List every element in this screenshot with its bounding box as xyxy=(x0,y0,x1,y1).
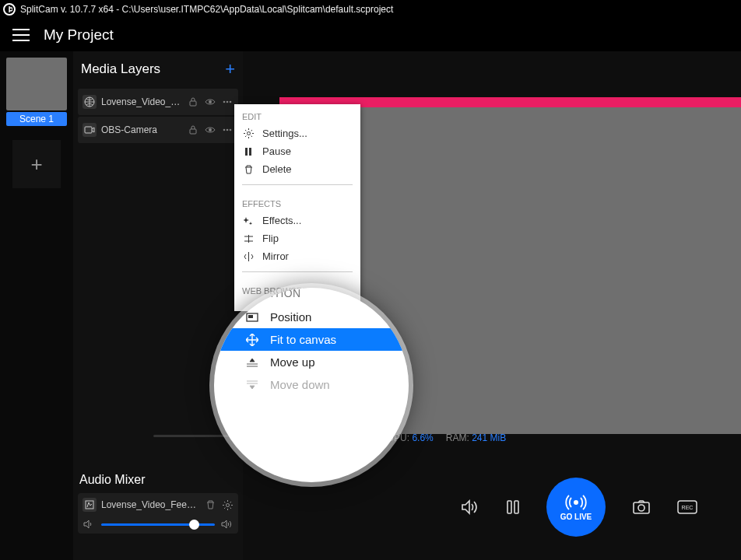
layers-title: Media Layers xyxy=(81,61,160,77)
ctx-fit-to-canvas[interactable]: Fit to canvas xyxy=(216,328,409,351)
gear-icon xyxy=(242,128,255,138)
svg-rect-14 xyxy=(507,501,511,513)
ctx-delete[interactable]: Delete xyxy=(234,160,360,178)
svg-point-10 xyxy=(227,129,229,131)
svg-point-9 xyxy=(223,129,226,131)
svg-point-3 xyxy=(223,101,226,103)
audio-title: Audio Mixer xyxy=(78,468,238,493)
ctx-flip[interactable]: Flip xyxy=(234,229,360,247)
fit-icon xyxy=(245,334,259,346)
svg-point-16 xyxy=(574,500,578,505)
audio-track: Lovense_Video_Feedba... xyxy=(78,493,238,534)
svg-point-11 xyxy=(230,129,232,131)
header: My Project xyxy=(0,19,741,51)
scene-thumbnail[interactable] xyxy=(6,58,67,110)
scenes-panel: Scene 1 + xyxy=(0,51,73,560)
audio-mixer: Audio Mixer Lovense_Video_Feedba... xyxy=(73,468,243,560)
context-menu: EDIT Settings... Pause Delete EFFECTS Ef… xyxy=(234,104,360,311)
ctx-section-effects: EFFECTS xyxy=(234,191,360,212)
svg-text:REC: REC xyxy=(682,505,694,510)
audio-source-icon xyxy=(83,498,97,512)
snapshot-icon[interactable] xyxy=(632,499,651,515)
svg-rect-25 xyxy=(248,315,253,318)
pause-icon xyxy=(242,147,255,156)
layer-row[interactable]: OBS-Camera xyxy=(78,117,238,143)
ctx-settings[interactable]: Settings... xyxy=(234,124,360,142)
go-live-label: GO LIVE xyxy=(560,513,592,521)
divider xyxy=(242,271,353,272)
volume-slider[interactable] xyxy=(101,523,215,526)
globe-icon xyxy=(83,95,97,109)
svg-rect-7 xyxy=(190,129,196,134)
pause-icon[interactable] xyxy=(506,499,520,515)
svg-point-8 xyxy=(209,128,212,131)
svg-rect-6 xyxy=(85,127,92,133)
audio-track-name: Lovense_Video_Feedba... xyxy=(101,499,199,510)
volume-high-icon[interactable] xyxy=(221,520,234,529)
more-icon[interactable] xyxy=(221,100,234,103)
svg-rect-23 xyxy=(249,148,251,156)
add-layer-button[interactable]: + xyxy=(225,59,235,79)
flip-icon xyxy=(242,235,255,243)
record-icon[interactable]: REC xyxy=(677,500,697,514)
titlebar-text: SplitCam v. 10.7.7 x64 - C:\Users\user.I… xyxy=(20,4,393,15)
lock-icon[interactable] xyxy=(187,97,199,107)
svg-point-4 xyxy=(227,101,229,103)
trash-icon xyxy=(242,165,255,174)
ctx-section-edit: EDIT xyxy=(234,104,360,124)
ctx-move-up[interactable]: Move up xyxy=(231,351,387,373)
add-scene-button[interactable]: + xyxy=(12,140,61,188)
eye-icon[interactable] xyxy=(204,126,216,134)
mirror-icon xyxy=(242,252,255,261)
ctx-effects[interactable]: Effects... xyxy=(234,212,360,229)
layer-name: Lovense_Video_Feed... xyxy=(101,96,182,107)
trash-icon[interactable] xyxy=(204,500,216,509)
divider xyxy=(242,184,353,185)
gear-icon[interactable] xyxy=(221,500,234,510)
layers-panel: Media Layers + Lovense_Video_Feed... OBS… xyxy=(73,51,243,560)
ctx-position[interactable]: Position xyxy=(231,306,387,328)
slider-thumb[interactable] xyxy=(189,520,199,530)
project-title: My Project xyxy=(44,26,114,44)
svg-rect-15 xyxy=(514,501,518,513)
position-icon xyxy=(245,313,259,322)
camera-icon xyxy=(83,123,97,137)
ctx-pause[interactable]: Pause xyxy=(234,142,360,160)
scene-label[interactable]: Scene 1 xyxy=(6,112,67,126)
ctx-move-down: Move down xyxy=(231,373,387,396)
svg-rect-17 xyxy=(634,502,649,513)
menu-icon[interactable] xyxy=(12,29,30,41)
svg-rect-1 xyxy=(190,101,196,106)
broadcast-icon xyxy=(565,494,587,511)
lock-icon[interactable] xyxy=(187,125,199,135)
svg-point-5 xyxy=(230,101,232,103)
speaker-icon[interactable] xyxy=(461,499,479,515)
app-logo-icon xyxy=(3,3,16,16)
titlebar: SplitCam v. 10.7.7 x64 - C:\Users\user.I… xyxy=(0,0,741,19)
layer-row[interactable]: Lovense_Video_Feed... xyxy=(78,89,238,115)
sparkle-icon xyxy=(242,216,255,226)
volume-low-icon[interactable] xyxy=(83,520,95,529)
plus-icon: + xyxy=(30,152,42,177)
go-live-button[interactable]: GO LIVE xyxy=(546,478,606,537)
eye-icon[interactable] xyxy=(204,98,216,106)
magnifier-lens: POSITION Position Fit to canvas Move up … xyxy=(214,288,409,482)
more-icon[interactable] xyxy=(221,128,234,131)
scrollbar[interactable] xyxy=(153,435,237,437)
move-down-icon xyxy=(245,380,259,390)
ctx-mirror[interactable]: Mirror xyxy=(234,247,360,265)
svg-rect-22 xyxy=(245,148,248,156)
move-up-icon xyxy=(245,358,259,367)
svg-point-13 xyxy=(226,503,229,506)
svg-point-18 xyxy=(638,505,644,511)
svg-point-2 xyxy=(209,100,212,103)
bottom-controls: GO LIVE REC xyxy=(243,478,741,537)
layer-name: OBS-Camera xyxy=(101,124,182,135)
svg-point-21 xyxy=(247,132,250,135)
